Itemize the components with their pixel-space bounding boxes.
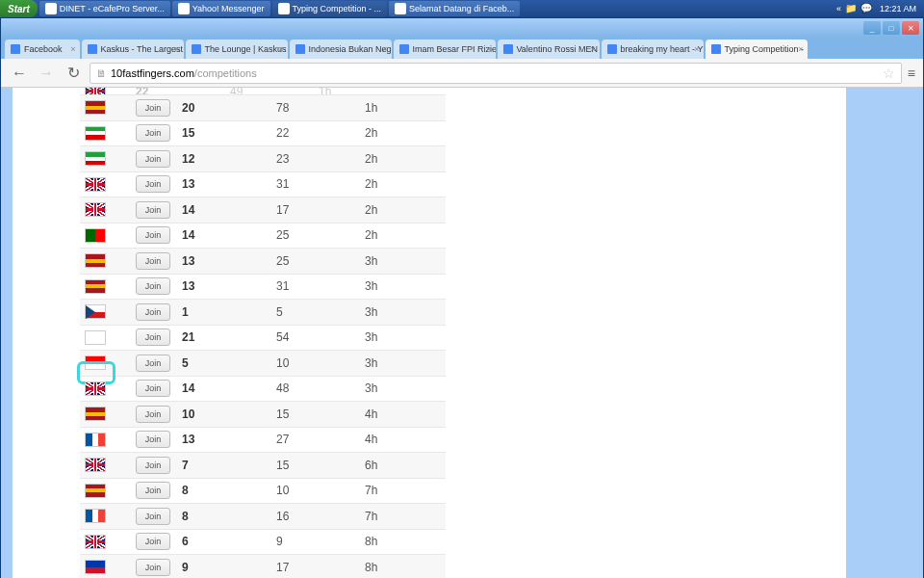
tests-value: 25 <box>276 228 365 242</box>
url-bar[interactable]: 🗎 10fastfingers.com/competitions ☆ <box>90 63 902 84</box>
join-cell: Join <box>136 124 182 142</box>
join-button[interactable]: Join <box>136 457 170 474</box>
tests-value: 23 <box>276 152 365 166</box>
participants-value: 13 <box>182 279 276 293</box>
es-flag-icon <box>85 407 106 421</box>
tray-expand-icon[interactable]: « <box>836 4 841 13</box>
tab-close-icon[interactable]: × <box>486 44 491 54</box>
reload-button[interactable]: ↻ <box>63 63 84 84</box>
fr-flag-icon <box>85 509 106 523</box>
join-button[interactable]: Join <box>136 380 170 397</box>
start-button[interactable]: Start <box>0 0 38 17</box>
join-button[interactable]: Join <box>136 252 170 270</box>
tab-close-icon[interactable]: × <box>174 44 179 54</box>
left-margin <box>1 88 13 578</box>
join-button[interactable]: Join <box>136 175 170 193</box>
close-button[interactable]: ✕ <box>902 21 919 35</box>
ir-flag-icon <box>85 151 106 166</box>
tray-icon[interactable]: 💬 <box>860 3 872 14</box>
browser-tab[interactable]: Typing Competition -× <box>706 39 808 59</box>
browser-tab[interactable]: Kaskus - The Largest× <box>82 39 184 59</box>
join-button[interactable]: Join <box>136 277 170 295</box>
join-button[interactable]: Join <box>136 150 170 168</box>
browser-tab[interactable]: Imam Besar FPI Rizie× <box>394 39 496 59</box>
join-button[interactable]: Join <box>136 99 170 117</box>
competition-row: Join13274h <box>80 428 446 454</box>
join-button[interactable]: Join <box>136 355 170 372</box>
join-button[interactable]: Join <box>136 406 170 423</box>
participants-value: 7 <box>182 459 276 472</box>
join-button[interactable]: Join <box>136 226 170 244</box>
participants-value: 14 <box>182 381 276 395</box>
windows-taskbar: Start DINET - eCafePro Server...Yahoo! M… <box>0 0 924 17</box>
time-value: 8h <box>365 535 413 548</box>
es-flag-icon <box>85 279 106 294</box>
tests-value: 15 <box>276 407 365 421</box>
tests-value: 9 <box>276 535 365 548</box>
minimize-button[interactable]: _ <box>863 21 881 35</box>
browser-tab[interactable]: The Lounge | Kaskus× <box>186 39 288 59</box>
join-button[interactable]: Join <box>136 431 170 448</box>
participants-value: 21 <box>182 330 276 344</box>
taskbar-item[interactable]: Typing Competition - ... <box>272 1 388 16</box>
join-button[interactable]: Join <box>136 559 170 576</box>
join-button[interactable]: Join <box>136 328 170 346</box>
taskbar-item[interactable]: Selamat Datang di Faceb... <box>389 1 520 16</box>
join-button[interactable]: Join <box>136 508 170 525</box>
tab-label: Typing Competition - <box>725 44 805 54</box>
chrome-menu-icon[interactable]: ≡ <box>908 66 915 81</box>
join-button[interactable]: Join <box>136 201 170 219</box>
taskbar-label: Selamat Datang di Faceb... <box>409 4 514 13</box>
ir-flag-icon <box>85 126 106 141</box>
tab-label: Indonesia Bukan Neg <box>309 44 392 54</box>
join-button[interactable]: Join <box>136 482 170 499</box>
competition-row: ☪Join21543h <box>80 326 446 352</box>
tests-value: 16 <box>276 510 365 523</box>
tab-close-icon[interactable]: × <box>798 44 803 54</box>
flag-cell <box>80 355 136 370</box>
time-value: 7h <box>365 484 413 497</box>
time-value: 2h <box>365 177 413 191</box>
join-cell: Join <box>136 150 182 168</box>
competition-row: Join8107h <box>80 479 446 505</box>
tray-icon[interactable]: 📁 <box>845 3 857 14</box>
join-button[interactable]: Join <box>136 303 170 321</box>
bookmark-icon[interactable]: ☆ <box>883 66 895 81</box>
tab-close-icon[interactable]: × <box>694 44 699 54</box>
browser-tab[interactable]: Facebook× <box>5 39 80 59</box>
favicon <box>192 44 201 54</box>
right-margin <box>846 88 923 578</box>
competition-row: Join153h <box>80 300 446 326</box>
browser-tab[interactable]: Indonesia Bukan Neg× <box>290 39 392 59</box>
flag-cell <box>80 253 136 268</box>
maximize-button[interactable]: □ <box>883 21 900 35</box>
window-titlebar[interactable]: _ □ ✕ <box>1 18 923 38</box>
join-cell: Join <box>136 431 182 448</box>
browser-tab[interactable]: breaking my heart - Y× <box>602 39 704 59</box>
participants-value: 13 <box>182 177 276 191</box>
join-cell: Join <box>136 533 182 550</box>
tab-close-icon[interactable]: × <box>278 44 283 54</box>
forward-button[interactable]: → <box>36 63 57 84</box>
tab-close-icon[interactable]: × <box>590 44 595 54</box>
tab-label: breaking my heart - Y <box>621 44 704 54</box>
join-cell: Join <box>136 355 182 372</box>
favicon <box>503 44 513 54</box>
time-value: 2h <box>365 203 413 217</box>
back-button[interactable]: ← <box>9 63 30 84</box>
browser-tab[interactable]: Valentino Rossi MEN× <box>498 39 600 59</box>
taskbar-item[interactable]: DINET - eCafePro Server... <box>39 1 170 16</box>
join-button[interactable]: Join <box>136 124 170 142</box>
flag-cell <box>80 88 136 95</box>
competition-row: Join14172h <box>80 197 446 223</box>
tab-close-icon[interactable]: × <box>382 44 387 54</box>
join-button[interactable]: Join <box>136 533 170 550</box>
flag-cell <box>80 407 136 421</box>
taskbar-item[interactable]: Yahoo! Messenger <box>172 1 270 16</box>
participants-value: 15 <box>182 126 276 140</box>
time-value: 4h <box>365 433 413 446</box>
competition-row: Join698h <box>80 530 446 556</box>
time-value: 3h <box>365 381 413 395</box>
tab-close-icon[interactable]: × <box>70 44 75 54</box>
competition-row: Join5103h <box>80 351 446 377</box>
